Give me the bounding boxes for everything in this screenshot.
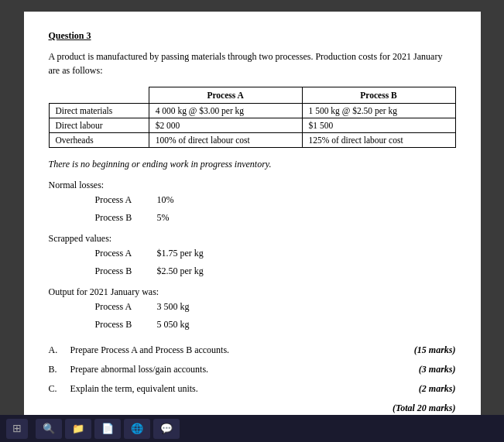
output-label-b: Process B xyxy=(95,319,157,331)
normal-loss-row-b: Process B 5% xyxy=(95,212,456,224)
taskbar-app-5[interactable]: 💬 xyxy=(153,419,180,439)
scrapped-label-b: Process B xyxy=(95,266,157,277)
table-header-empty xyxy=(49,87,149,104)
question-title: Question 3 xyxy=(49,30,456,42)
question-letter-c: C. xyxy=(49,383,70,395)
intro-text: A product is manufactured by passing mat… xyxy=(49,50,456,77)
output-value-b: 5 050 kg xyxy=(157,319,190,331)
normal-loss-value-a: 10% xyxy=(157,194,174,206)
output-row-a: Process A 3 500 kg xyxy=(95,301,456,313)
app-icon-4: 🌐 xyxy=(131,423,143,435)
row-b-materials: 1 500 kg @ $2.50 per kg xyxy=(302,104,455,118)
taskbar: ⊞ 🔍 📁 📄 🌐 💬 xyxy=(0,415,504,442)
row-label-overheads: Overheads xyxy=(49,133,149,148)
start-button[interactable]: ⊞ xyxy=(6,419,28,439)
scrapped-values-section: Scrapped values: Process A $1.75 per kg … xyxy=(49,233,456,277)
question-text-b: Prepare abnormal loss/gain accounts. xyxy=(70,364,411,375)
output-row-b: Process B 5 050 kg xyxy=(95,319,456,331)
row-a-materials: 4 000 kg @ $3.00 per kg xyxy=(149,104,302,118)
row-b-labour: $1 500 xyxy=(302,118,455,133)
question-marks-c: (2 marks) xyxy=(419,383,456,395)
output-section: Output for 2021 January was: Process A 3… xyxy=(49,286,456,331)
page: Question 3 A product is manufactured by … xyxy=(24,12,481,433)
question-item-b: B. Prepare abnormal loss/gain accounts. … xyxy=(49,364,456,375)
question-marks-b: (3 marks) xyxy=(419,364,456,375)
questions-section: A. Prepare Process A and Process B accou… xyxy=(49,344,456,414)
question-item-a: A. Prepare Process A and Process B accou… xyxy=(49,344,456,356)
scrapped-value-b: $2.50 per kg xyxy=(157,266,204,277)
start-icon: ⊞ xyxy=(12,422,22,435)
question-letter-a: A. xyxy=(49,344,70,356)
scrapped-row-a: Process A $1.75 per kg xyxy=(95,248,456,259)
taskbar-app-1[interactable]: 🔍 xyxy=(36,419,62,439)
table-header-process-a: Process A xyxy=(149,87,302,104)
table-row: Overheads 100% of direct labour cost 125… xyxy=(49,133,455,148)
output-value-a: 3 500 kg xyxy=(157,301,190,313)
cost-table: Process A Process B Direct materials 4 0… xyxy=(49,87,456,148)
total-marks: (Total 20 marks) xyxy=(49,403,456,414)
app-icon-2: 📁 xyxy=(72,423,84,435)
table-row: Direct labour $2 000 $1 500 xyxy=(49,118,455,133)
output-heading: Output for 2021 January was: xyxy=(49,286,456,298)
app-icon-1: 🔍 xyxy=(43,423,55,435)
row-label-labour: Direct labour xyxy=(49,118,149,133)
scrapped-row-b: Process B $2.50 per kg xyxy=(95,266,456,277)
row-b-overheads: 125% of direct labour cost xyxy=(302,133,455,148)
no-inventory-text: There is no beginning or ending work in … xyxy=(49,159,456,170)
app-icon-5: 💬 xyxy=(160,423,173,435)
scrapped-label-a: Process A xyxy=(95,248,157,259)
normal-loss-label-b: Process B xyxy=(95,212,157,224)
normal-losses-heading: Normal losses: xyxy=(49,180,456,191)
normal-loss-value-b: 5% xyxy=(157,212,170,224)
scrapped-value-a: $1.75 per kg xyxy=(157,248,204,259)
question-text-a: Prepare Process A and Process B accounts… xyxy=(70,344,406,356)
table-row: Direct materials 4 000 kg @ $3.00 per kg… xyxy=(49,104,455,118)
row-label-materials: Direct materials xyxy=(49,104,149,118)
taskbar-app-4[interactable]: 🌐 xyxy=(124,419,150,439)
row-a-labour: $2 000 xyxy=(149,118,302,133)
scrapped-values-heading: Scrapped values: xyxy=(49,233,456,245)
table-header-process-b: Process B xyxy=(302,87,455,104)
normal-losses-section: Normal losses: Process A 10% Process B 5… xyxy=(49,180,456,224)
row-a-overheads: 100% of direct labour cost xyxy=(149,133,302,148)
taskbar-app-2[interactable]: 📁 xyxy=(65,419,91,439)
question-letter-b: B. xyxy=(49,364,70,375)
app-icon-3: 📄 xyxy=(101,423,114,435)
output-label-a: Process A xyxy=(95,301,157,313)
question-marks-a: (15 marks) xyxy=(414,344,456,356)
taskbar-apps: 🔍 📁 📄 🌐 💬 xyxy=(36,419,180,439)
question-text-c: Explain the term, equivalent units. xyxy=(70,383,411,395)
normal-loss-row-a: Process A 10% xyxy=(95,194,456,206)
question-item-c: C. Explain the term, equivalent units. (… xyxy=(49,383,456,395)
normal-loss-label-a: Process A xyxy=(95,194,157,206)
taskbar-app-3[interactable]: 📄 xyxy=(94,419,121,439)
